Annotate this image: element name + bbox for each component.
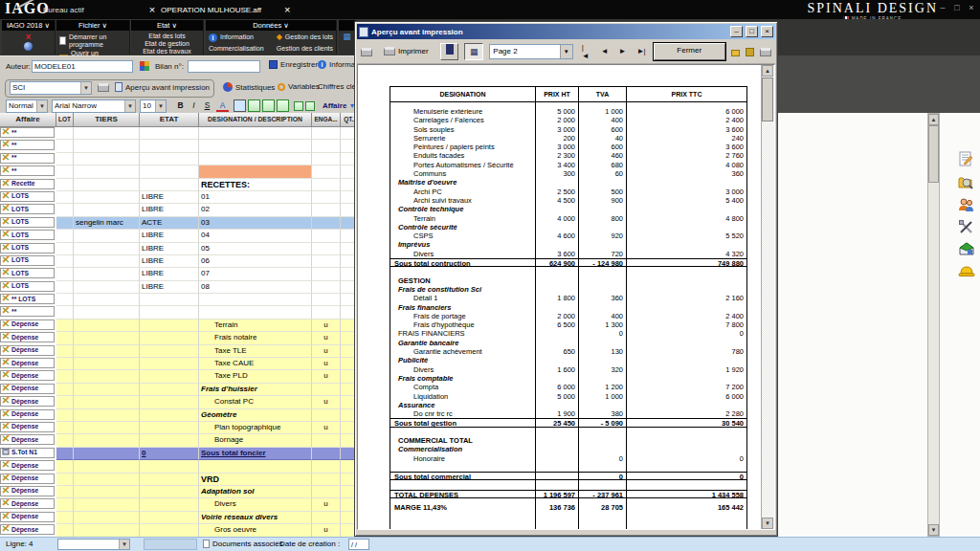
- affaire-cell[interactable]: Dépense: [0, 358, 56, 370]
- tab-close-icon[interactable]: ×: [284, 4, 290, 15]
- preview-scroll-up-icon[interactable]: ▲: [762, 65, 773, 77]
- lot-cell[interactable]: [56, 306, 74, 319]
- lot-cell[interactable]: [56, 204, 74, 216]
- designation-cell[interactable]: Plan topographique: [199, 422, 312, 434]
- designation-cell[interactable]: [199, 165, 312, 178]
- tools-icon[interactable]: [958, 219, 974, 239]
- lot-cell[interactable]: [56, 217, 74, 230]
- tiers-cell[interactable]: [74, 448, 140, 460]
- multi-page-view-button[interactable]: ▦: [464, 43, 483, 60]
- menu-item-demarrer[interactable]: Démarrer unprogramme: [59, 33, 126, 49]
- preview-scroll-down-icon[interactable]: ▼: [762, 518, 773, 529]
- affaire-cell[interactable]: Dépense: [0, 332, 56, 344]
- bold-button[interactable]: B: [174, 99, 187, 112]
- lot-cell[interactable]: [56, 486, 74, 498]
- affaire-cell[interactable]: Dépense: [0, 370, 56, 383]
- designation-cell[interactable]: 08: [199, 281, 312, 294]
- etat-cell[interactable]: [140, 320, 199, 332]
- apercu-button[interactable]: Aperçu avant impression: [115, 82, 210, 92]
- enga-cell[interactable]: [312, 191, 341, 204]
- scrollbar-thumb[interactable]: [928, 125, 939, 183]
- tiers-cell[interactable]: [74, 306, 140, 319]
- designation-cell[interactable]: [199, 153, 312, 165]
- lot-cell[interactable]: [56, 230, 74, 242]
- etat-cell[interactable]: 0: [140, 448, 199, 460]
- menu-item-information[interactable]: iInformation: [209, 33, 254, 42]
- page-select[interactable]: Page 2▼: [489, 44, 572, 59]
- tab-operation-mulhouse[interactable]: OPERATION MULHOUSE.aff ×: [161, 0, 291, 19]
- lot-cell[interactable]: [56, 498, 74, 511]
- lot-cell[interactable]: [56, 524, 74, 537]
- etat-cell[interactable]: [140, 153, 199, 165]
- affaire-cell[interactable]: **: [0, 153, 56, 165]
- etat-cell[interactable]: [140, 460, 199, 473]
- designation-cell[interactable]: 02: [199, 204, 312, 216]
- designation-cell[interactable]: VRD: [199, 474, 312, 486]
- header-affaire[interactable]: Affaire: [0, 113, 56, 127]
- enga-cell[interactable]: [312, 127, 341, 140]
- designation-cell[interactable]: [199, 460, 312, 473]
- designation-cell[interactable]: Terrain: [199, 320, 312, 332]
- etat-cell[interactable]: LIBRE: [140, 230, 199, 242]
- save-file-icon[interactable]: [746, 43, 754, 60]
- etat-cell[interactable]: LIBRE: [140, 268, 199, 280]
- affaire-cell[interactable]: Dépense: [0, 409, 56, 422]
- edit-document-icon[interactable]: [958, 151, 974, 171]
- grid-icon[interactable]: ▦: [343, 32, 351, 41]
- tiers-cell[interactable]: [74, 320, 140, 332]
- cell-format-button-3[interactable]: [262, 99, 275, 112]
- tiers-cell[interactable]: [74, 230, 140, 242]
- clients-icon[interactable]: [958, 197, 974, 216]
- menu-item-gestion-lots[interactable]: ◆Gestion des lots: [277, 33, 333, 42]
- etat-cell[interactable]: [140, 474, 199, 486]
- menu-item-etat-travaux[interactable]: Etat des travaux: [134, 48, 200, 55]
- tiers-cell[interactable]: [74, 165, 140, 178]
- tiers-cell[interactable]: [74, 434, 140, 447]
- restore-button[interactable]: □: [952, 3, 962, 12]
- designation-cell[interactable]: Taxe TLE: [199, 345, 312, 358]
- minimize-button[interactable]: –: [938, 3, 947, 12]
- lot-cell[interactable]: [56, 358, 74, 370]
- designation-cell[interactable]: 05: [199, 243, 312, 255]
- affaire-cell[interactable]: Dépense: [0, 396, 56, 408]
- tiers-cell[interactable]: [74, 370, 140, 383]
- printer-icon[interactable]: [361, 43, 372, 60]
- statistiques-button[interactable]: Statistiques: [223, 82, 275, 92]
- tiers-cell[interactable]: [74, 460, 140, 473]
- affaire-cell[interactable]: LOTS: [0, 243, 56, 255]
- tiers-cell[interactable]: [74, 294, 140, 306]
- enga-cell[interactable]: u: [312, 332, 341, 344]
- affaire-cell[interactable]: Dépense: [0, 524, 56, 537]
- lot-cell[interactable]: [56, 255, 74, 268]
- tiers-cell[interactable]: [74, 486, 140, 498]
- first-page-icon[interactable]: |◄: [579, 41, 592, 62]
- enga-cell[interactable]: u: [312, 320, 341, 332]
- designation-cell[interactable]: [199, 294, 312, 306]
- enga-cell[interactable]: [312, 306, 341, 319]
- preview-scrollbar-thumb[interactable]: [762, 77, 773, 121]
- enga-cell[interactable]: u: [312, 358, 341, 370]
- tiers-cell[interactable]: [74, 140, 140, 152]
- affaire-cell[interactable]: LOTS: [0, 255, 56, 268]
- lot-cell[interactable]: [56, 474, 74, 486]
- lot-cell[interactable]: [56, 243, 74, 255]
- lot-cell[interactable]: [56, 409, 74, 422]
- tiers-cell[interactable]: [74, 524, 140, 537]
- grid-vertical-scrollbar[interactable]: ▲ ▼: [927, 113, 940, 537]
- affaire-cell[interactable]: Dépense: [0, 422, 56, 434]
- enga-cell[interactable]: u: [312, 370, 341, 383]
- affaire-cell[interactable]: Dépense: [0, 512, 56, 524]
- tiers-cell[interactable]: [74, 179, 140, 191]
- designation-cell[interactable]: Taxe CAUE: [199, 358, 312, 370]
- menu-item-commercialisation[interactable]: Commercialisation: [209, 45, 264, 53]
- single-page-view-button[interactable]: [440, 43, 459, 60]
- lot-cell[interactable]: [56, 512, 74, 524]
- etat-cell[interactable]: LIBRE: [140, 243, 199, 255]
- etat-cell[interactable]: [140, 498, 199, 511]
- enga-cell[interactable]: [312, 153, 341, 165]
- tiers-cell[interactable]: [74, 255, 140, 268]
- documents-associes-button[interactable]: Documents associés: [203, 540, 283, 548]
- etat-cell[interactable]: LIBRE: [140, 281, 199, 294]
- tiers-cell[interactable]: [74, 345, 140, 358]
- lot-cell[interactable]: [56, 179, 74, 191]
